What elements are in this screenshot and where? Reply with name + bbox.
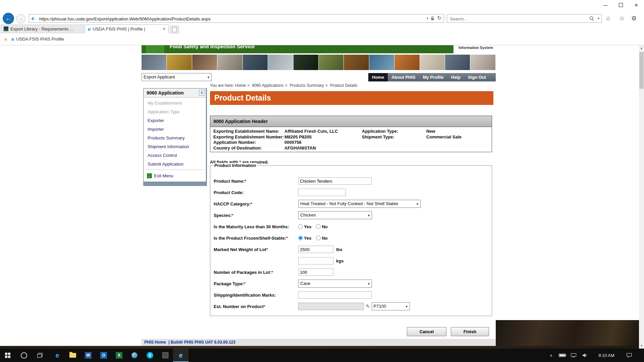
nav-item-about-phis[interactable]: About PHIS xyxy=(388,73,419,81)
sidebar-item-access-control[interactable]: Access Control xyxy=(144,151,206,160)
page-scrollbar[interactable]: ▲ ▼ xyxy=(639,45,644,349)
export-applicant-select[interactable]: Export Applicant ▼ xyxy=(142,73,212,81)
search-input[interactable] xyxy=(449,15,581,22)
frozen-no-radio[interactable] xyxy=(316,236,321,240)
sidebar-item-products-summary[interactable]: Products Summary xyxy=(144,134,206,142)
collapse-button[interactable]: ∧ xyxy=(199,90,205,96)
back-button[interactable]: ← xyxy=(3,13,14,24)
close-button[interactable]: ✕ xyxy=(629,0,644,10)
exit-menu-icon: ← xyxy=(147,173,152,178)
taskbar-word-icon[interactable]: W xyxy=(80,349,96,362)
finish-button[interactable]: Finish xyxy=(451,327,489,336)
battery-icon[interactable] xyxy=(557,349,568,362)
haccp-category-label: HACCP Category:* xyxy=(214,201,298,206)
cancel-button[interactable]: Cancel xyxy=(407,327,446,336)
minimize-button[interactable]: — xyxy=(598,0,613,10)
product-code-input[interactable] xyxy=(298,189,346,196)
taskbar-globe-icon[interactable] xyxy=(127,349,142,362)
banner-photo xyxy=(394,55,420,70)
cortana-button[interactable] xyxy=(16,349,32,362)
product-name-input[interactable] xyxy=(298,177,372,185)
est-number-input xyxy=(298,303,364,310)
scroll-up-icon[interactable]: ▲ xyxy=(639,45,644,51)
speaker-icon[interactable] xyxy=(580,349,590,362)
favorites-icon[interactable]: ☆ xyxy=(619,15,625,22)
nav-item-home[interactable]: Home xyxy=(368,73,388,81)
taskbar-app-icon[interactable] xyxy=(158,349,173,362)
settings-gear-icon[interactable]: ⚙ xyxy=(631,15,637,22)
restore-button[interactable] xyxy=(613,0,629,10)
shipment-type-value: Commercial Sale xyxy=(426,134,462,140)
refresh-icon[interactable]: ↻ xyxy=(437,15,441,21)
phis-home-link[interactable]: PHIS Home xyxy=(144,340,166,345)
page-title: Product Details xyxy=(210,91,493,105)
search-box[interactable]: ▾ xyxy=(447,14,602,23)
taskbar-excel-icon[interactable]: X xyxy=(111,349,127,362)
exit-menu-item[interactable]: ← Exit Menu xyxy=(144,171,206,180)
app-header-row: Country of Destination:AFGHANISTAN xyxy=(213,145,338,151)
haccp-category-select[interactable]: Heat Treated - Not Fully Cooked - Not Sh… xyxy=(298,200,421,208)
banner-photo xyxy=(369,55,394,70)
maturity-no-radio[interactable] xyxy=(316,224,321,229)
nav-item-help[interactable]: Help xyxy=(447,73,464,81)
scroll-down-icon[interactable]: ▼ xyxy=(639,343,644,349)
sidebar-item-submit-application[interactable]: Submit Application xyxy=(144,160,206,169)
tab-export-library[interactable]: Export Library - Requirements ... xyxy=(1,24,84,33)
banner-photo xyxy=(319,55,344,70)
new-tab-button[interactable] xyxy=(170,25,179,34)
packages-in-lot-input[interactable] xyxy=(298,268,333,276)
nav-item-sign-out[interactable]: Sign Out xyxy=(464,73,490,81)
edit-pencil-icon[interactable]: ✎ xyxy=(366,303,370,309)
start-button[interactable] xyxy=(0,349,15,362)
address-bar[interactable]: e ▾ ↻ xyxy=(29,14,444,23)
sidebar-item-exporter[interactable]: Exporter xyxy=(144,116,206,125)
notification-center-icon[interactable] xyxy=(623,349,636,362)
shipping-marks-input[interactable] xyxy=(298,291,372,299)
net-weight-lbs-input[interactable] xyxy=(298,246,333,253)
breadcrumb-link-home[interactable]: Home xyxy=(235,83,246,88)
taskbar-explorer-icon[interactable] xyxy=(65,349,80,362)
task-view-button[interactable] xyxy=(32,349,48,362)
search-caret-icon[interactable]: ▾ xyxy=(598,16,599,20)
taskbar-outlook-icon[interactable]: O xyxy=(96,349,111,362)
maturity-label: Is the Maturity Less than 30 Months: xyxy=(214,224,298,229)
sidebar-item-importer[interactable]: Importer xyxy=(144,125,206,134)
forward-button[interactable]: → xyxy=(16,14,25,23)
sidebar-item-shipment-information[interactable]: Shipment Information xyxy=(144,142,206,151)
favorites-item-phis[interactable]: e USDA FSIS PHIS Profile xyxy=(11,36,64,42)
banner-photo xyxy=(420,55,445,70)
species-row: Species:* Chicken ▼ xyxy=(214,211,492,219)
address-dropdown-caret-icon[interactable]: ▾ xyxy=(427,16,428,20)
maturity-yes-radio[interactable] xyxy=(298,224,303,229)
breadcrumb-separator: > xyxy=(324,83,329,88)
frozen-yes-radio[interactable] xyxy=(298,236,303,240)
url-input[interactable] xyxy=(39,15,416,22)
favorites-star-icon[interactable]: ★ xyxy=(3,36,8,43)
breadcrumb-link-products-summary[interactable]: Products Summary xyxy=(290,83,324,88)
est-number-select-value: P7100 xyxy=(374,304,386,309)
search-icon[interactable] xyxy=(589,16,594,22)
taskbar-edge-icon[interactable]: e xyxy=(50,349,65,362)
required-star: * xyxy=(231,213,233,218)
required-star: * xyxy=(264,304,265,309)
maturity-no-label: No xyxy=(322,224,327,229)
shipment-type-label: Shipment Type: xyxy=(362,134,426,140)
est-number-select[interactable]: P7100 ▼ xyxy=(372,302,410,310)
tray-chevron-icon[interactable]: ∧ xyxy=(547,349,555,362)
home-icon[interactable]: ⌂ xyxy=(606,15,610,22)
banner-photo xyxy=(192,55,217,70)
back-arrow-icon: ← xyxy=(5,15,12,22)
tab-usda-phis-profile[interactable]: e USDA FSIS PHIS | Profile | ✕ xyxy=(85,24,169,33)
breadcrumb-link-9060-applications[interactable]: 9060 Applications xyxy=(252,83,283,88)
net-weight-kgs-input[interactable] xyxy=(298,257,333,264)
taskbar-skype-icon[interactable]: S xyxy=(142,349,158,362)
display-icon[interactable] xyxy=(569,349,578,362)
package-type-select[interactable]: Case ▼ xyxy=(298,280,372,288)
scroll-thumb[interactable] xyxy=(639,52,644,89)
tab-close-icon[interactable]: ✕ xyxy=(163,27,166,31)
clock[interactable]: 9:10 AM xyxy=(593,349,620,362)
taskbar-ie-icon[interactable]: e xyxy=(173,349,189,362)
package-type-row: Package Type:* Case ▼ xyxy=(214,280,492,288)
species-select[interactable]: Chicken ▼ xyxy=(298,211,372,219)
nav-item-my-profile[interactable]: My Profile xyxy=(419,73,447,81)
